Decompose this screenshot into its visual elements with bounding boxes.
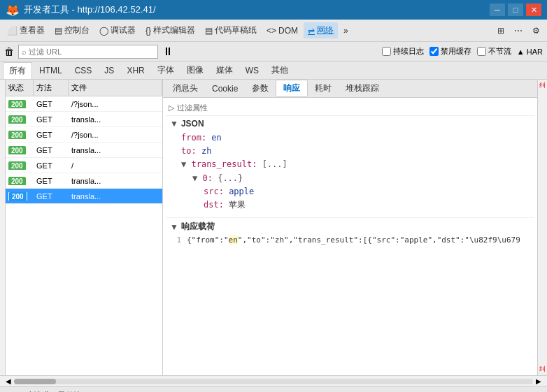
tab-messages[interactable]: 消息头 [166,80,205,96]
payload-line: 1 {"from":"en","to":"zh","trans_result":… [170,235,530,245]
table-row[interactable]: 200 GET transla... [6,189,162,204]
table-row[interactable]: 200 GET transla... [6,112,162,127]
perf-icon: ▤ [205,26,213,36]
table-row[interactable]: 200 GET / [6,158,162,173]
filter-options: 持续日志 禁用缓存 不节流 ▲ HAR [382,46,543,57]
console-icon: ▤ [55,26,62,36]
trans-triangle[interactable]: ▼ [181,159,186,169]
title-bar-controls: ─ □ ✕ [490,3,541,16]
inspector-icon: ⬜ [7,26,17,36]
toolbar-grid[interactable]: ⊞ [493,24,509,38]
filter-row: ▷ 过滤属性 [166,101,534,116]
disable-cache-option[interactable]: 禁用缓存 [429,46,471,57]
filter-prop-label: 过滤属性 [177,103,208,113]
filter-input[interactable] [29,48,155,56]
tab-all[interactable]: 所有 [3,62,32,79]
title-text: 开发者工具 - http://106.42.52.41/ [24,3,156,16]
filter-bar: 🗑 ⌕ ⏸ 持续日志 禁用缓存 不节流 ▲ HAR [0,42,547,61]
json-label: ▼ JSON [170,119,530,129]
dom-icon: <> [267,26,276,36]
scroll-right-arrow[interactable]: ▶ [536,377,541,385]
item0-triangle[interactable]: ▼ [192,173,197,183]
list-item: ▼ trans_result: [...] [170,158,530,171]
payload-label: ▼ 响应载荷 [170,221,530,233]
horizontal-scroll-area: ◀ ▶ [0,375,547,386]
table-row[interactable]: 200 GET /?json... [6,96,162,112]
toolbar-inspector[interactable]: ⬜ 查看器 [3,22,49,38]
persist-log-option[interactable]: 持续日志 [382,46,424,57]
status-badge: 200 [8,192,27,201]
status-badge: 200 [8,177,26,185]
no-throttle-checkbox[interactable] [477,47,486,56]
firefox-icon: 🦊 [6,3,20,17]
header-method: 方法 [34,80,69,96]
status-badge: 200 [8,146,26,154]
dots-icon: ⋯ [514,26,523,36]
maximize-button[interactable]: □ [508,3,523,16]
toolbar-dots[interactable]: ⋯ [510,24,527,38]
payload-triangle[interactable]: ▼ [170,222,178,232]
toolbar-style[interactable]: {} 样式编辑器 [141,22,199,38]
filter-icon: ⌕ [22,48,27,56]
close-button[interactable]: ✕ [526,3,541,16]
status-bar: ↻ 7 个请求 已传输 118.81 KB [0,386,547,392]
tab-params[interactable]: 参数 [245,80,276,96]
tab-response[interactable]: 响应 [276,80,308,97]
tab-other[interactable]: 其他 [266,62,294,78]
tab-ws[interactable]: WS [240,64,264,78]
toolbar-settings[interactable]: ⚙ [528,24,544,38]
list-item: from: en [170,131,530,145]
tab-html[interactable]: HTML [34,64,68,78]
disable-cache-checkbox[interactable] [429,47,439,56]
toolbar-more[interactable]: » [339,24,353,38]
tab-stacktrace[interactable]: 堆栈跟踪 [339,80,386,96]
scroll-track[interactable] [14,379,533,384]
scroll-left-arrow[interactable]: ◀ [6,377,11,385]
request-rows: 200 GET /?json... 200 GET transla... 200… [6,96,162,375]
toolbar-debugger[interactable]: ◯ 调试器 [95,22,140,38]
grid-icon: ⊞ [497,26,504,36]
filter-input-wrap[interactable]: ⌕ [18,45,158,59]
toolbar: ⬜ 查看器 ▤ 控制台 ◯ 调试器 {} 样式编辑器 ▤ 代码草稿纸 <> DO… [0,20,547,42]
title-bar: 🦊 开发者工具 - http://106.42.52.41/ ─ □ ✕ [0,0,547,20]
right-scrollbar: 纠 纠 [537,80,547,375]
no-throttle-option[interactable]: 不节流 [477,46,511,57]
detail-content: ▷ 过滤属性 ▼ JSON from: en to: [163,98,537,375]
json-triangle[interactable]: ▼ [170,119,178,129]
scroll-thumb[interactable] [14,379,56,384]
tab-js[interactable]: JS [99,64,120,78]
detail-tabs: 消息头 Cookie 参数 响应 耗时 堆栈跟踪 [163,80,537,98]
tab-cookie[interactable]: Cookie [205,82,245,96]
header-file: 文件 [69,80,162,96]
toolbar-perf[interactable]: ▤ 代码草稿纸 [201,22,261,38]
table-row[interactable]: 200 GET transla... [6,143,162,158]
top-mark: 纠 [539,81,546,90]
request-list-header: 状态 方法 文件 [6,80,162,96]
tab-media[interactable]: 媒体 [211,62,239,78]
table-row[interactable]: 200 GET /?json... [6,127,162,143]
list-item: src: apple [170,185,530,198]
tab-font[interactable]: 字体 [152,62,180,78]
table-row[interactable]: 200 GET transla... [6,173,162,189]
clear-button[interactable]: 🗑 [4,46,14,57]
list-item: dst: 苹果 [170,198,530,212]
toolbar-console[interactable]: ▤ 控制台 [50,22,94,38]
tab-css[interactable]: CSS [69,64,98,78]
tab-xhr[interactable]: XHR [121,64,150,78]
type-tabs: 所有 HTML CSS JS XHR 字体 图像 媒体 WS 其他 [0,61,547,80]
more-icon: » [343,26,348,36]
har-dropdown[interactable]: ▲ HAR [517,48,543,56]
request-list: 状态 方法 文件 200 GET /?json... 200 GET trans… [6,80,163,375]
left-edge [0,80,6,375]
toolbar-network[interactable]: ⇌ 网络 [304,22,338,38]
status-badge: 200 [8,100,26,108]
toolbar-dom[interactable]: <> DOM [262,24,302,38]
pause-button[interactable]: ⏸ [162,45,173,58]
minimize-button[interactable]: ─ [490,3,505,16]
tab-timings[interactable]: 耗时 [308,80,339,96]
main-content: 状态 方法 文件 200 GET /?json... 200 GET trans… [0,80,547,375]
debugger-icon: ◯ [99,26,108,36]
persist-log-checkbox[interactable] [382,47,391,56]
tab-image[interactable]: 图像 [181,62,209,78]
network-icon: ⇌ [308,26,315,36]
